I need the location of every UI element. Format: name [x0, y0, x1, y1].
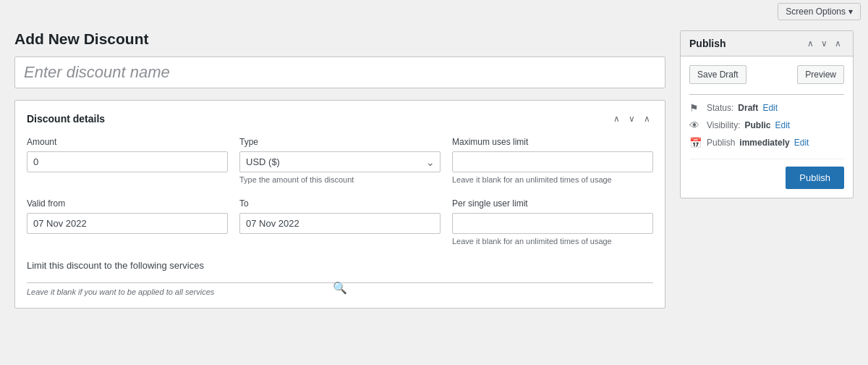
- status-icon: ⚑: [689, 102, 702, 114]
- search-icon: 🔍: [333, 281, 347, 295]
- amount-label: Amount: [27, 137, 228, 147]
- form-row-2: Valid from To Per single user limit Leav…: [27, 198, 653, 246]
- per-user-label: Per single user limit: [452, 198, 653, 209]
- main-content: Add New Discount Discount details ∧ ∨ ∧ …: [0, 23, 868, 316]
- visibility-edit-link[interactable]: Edit: [775, 120, 790, 130]
- type-label: Type: [239, 137, 441, 147]
- panel-header: Discount details ∧ ∨ ∧: [27, 112, 653, 125]
- publish-collapse-button[interactable]: ∧: [832, 37, 844, 50]
- to-group: To: [239, 198, 441, 246]
- publish-panel-title: Publish: [689, 38, 726, 49]
- to-input[interactable]: [239, 213, 441, 234]
- per-user-group: Per single user limit Leave it blank for…: [452, 198, 653, 246]
- publish-date-edit-link[interactable]: Edit: [794, 138, 809, 148]
- panel-up-button[interactable]: ∧: [610, 112, 623, 125]
- visibility-value: Public: [744, 120, 770, 130]
- calendar-icon: 📅: [689, 137, 702, 148]
- form-row-1: Amount Type USD ($) Percentage (%) ⌄ Typ…: [27, 137, 653, 184]
- per-user-hint: Leave it blank for an unlimited times of…: [452, 237, 653, 246]
- publish-up-button[interactable]: ∧: [804, 37, 817, 50]
- screen-options-arrow: ▾: [848, 7, 853, 17]
- services-section: Limit this discount to the following ser…: [27, 260, 653, 296]
- services-label: Limit this discount to the following ser…: [27, 260, 653, 271]
- publish-panel: Publish ∧ ∨ ∧ Save Draft Preview ⚑ Statu…: [680, 30, 854, 198]
- discount-details-panel: Discount details ∧ ∨ ∧ Amount Type: [14, 100, 665, 309]
- preview-button[interactable]: Preview: [797, 65, 844, 84]
- max-uses-input[interactable]: [452, 151, 653, 172]
- publish-panel-body: Save Draft Preview ⚑ Status: Draft Edit …: [681, 56, 853, 198]
- publish-panel-header: Publish ∧ ∨ ∧: [681, 31, 853, 56]
- valid-from-group: Valid from: [27, 198, 228, 246]
- valid-from-label: Valid from: [27, 198, 228, 209]
- screen-options-label: Screen Options: [786, 7, 846, 17]
- visibility-icon: 👁: [689, 119, 702, 131]
- panel-title: Discount details: [27, 113, 105, 125]
- type-hint: Type the amount of this discount: [239, 175, 441, 184]
- save-draft-button[interactable]: Save Draft: [689, 65, 746, 84]
- publish-meta: ⚑ Status: Draft Edit 👁 Visibility: Publi…: [689, 102, 844, 148]
- valid-from-input[interactable]: [27, 213, 228, 234]
- max-uses-label: Maximum uses limit: [452, 137, 653, 147]
- amount-input[interactable]: [27, 151, 228, 172]
- to-label: To: [239, 198, 441, 209]
- status-label: Status:: [707, 103, 733, 113]
- amount-group: Amount: [27, 137, 228, 184]
- publish-down-button[interactable]: ∨: [818, 37, 830, 50]
- status-value: Draft: [738, 103, 758, 113]
- status-row: ⚑ Status: Draft Edit: [689, 102, 844, 114]
- screen-options-button[interactable]: Screen Options ▾: [778, 3, 861, 20]
- publish-date-row: 📅 Publish immediately Edit: [689, 137, 844, 148]
- top-bar: Screen Options ▾: [0, 0, 868, 23]
- per-user-input[interactable]: [452, 213, 653, 234]
- max-uses-hint: Leave it blank for an unlimited times of…: [452, 175, 653, 184]
- publish-date-value: immediately: [739, 138, 789, 148]
- type-group: Type USD ($) Percentage (%) ⌄ Type the a…: [239, 137, 441, 184]
- type-select-wrapper: USD ($) Percentage (%) ⌄: [239, 151, 441, 172]
- visibility-row: 👁 Visibility: Public Edit: [689, 119, 844, 131]
- status-edit-link[interactable]: Edit: [762, 103, 778, 113]
- publish-header-controls: ∧ ∨ ∧: [804, 37, 844, 50]
- publish-footer: Publish: [689, 159, 844, 189]
- publish-date-label: Publish: [707, 138, 735, 148]
- panel-collapse-button[interactable]: ∧: [641, 112, 653, 125]
- publish-button[interactable]: Publish: [786, 167, 844, 189]
- divider: [689, 94, 844, 95]
- page-title: Add New Discount: [14, 30, 665, 48]
- visibility-label: Visibility:: [707, 120, 740, 130]
- panel-down-button[interactable]: ∨: [626, 112, 638, 125]
- right-column: Publish ∧ ∨ ∧ Save Draft Preview ⚑ Statu…: [680, 30, 854, 309]
- type-select[interactable]: USD ($) Percentage (%): [239, 151, 441, 172]
- services-search-wrapper: 🔍: [27, 278, 653, 283]
- panel-controls: ∧ ∨ ∧: [610, 112, 653, 125]
- discount-name-input[interactable]: [14, 56, 665, 88]
- publish-actions: Save Draft Preview: [689, 65, 844, 84]
- max-uses-group: Maximum uses limit Leave it blank for an…: [452, 137, 653, 184]
- left-column: Add New Discount Discount details ∧ ∨ ∧ …: [14, 30, 665, 309]
